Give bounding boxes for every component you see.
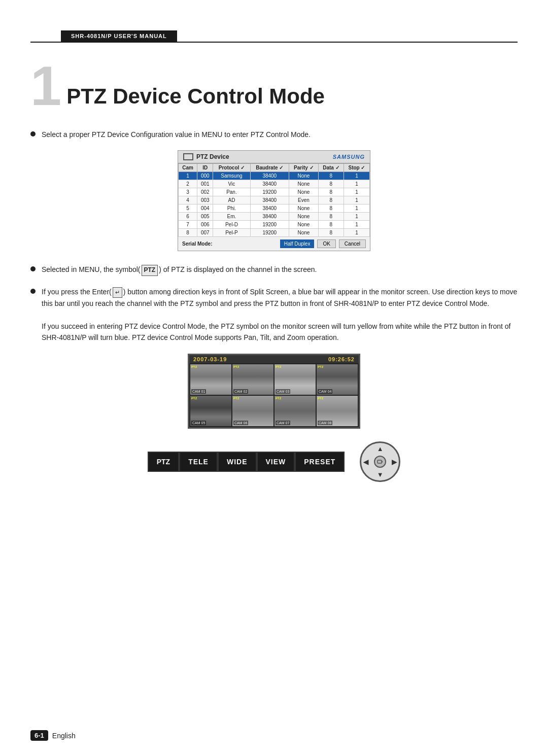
ptz-panel-header: PTZ Device SAMSUNG [178,151,370,163]
table-cell: 002 [197,188,213,196]
table-cell: 38400 [250,213,289,221]
table-cell: 2 [179,180,197,188]
footer-language: English [52,732,76,740]
half-duplex-button[interactable]: Half Duplex [280,239,315,248]
table-cell: 005 [197,213,213,221]
col-cam: Cam [179,164,197,172]
table-cell: 7 [179,221,197,229]
cam-cell: PTZCAM 04 [317,364,358,395]
ptz-button[interactable]: PTZ [148,452,179,472]
ok-button[interactable]: OK [317,239,335,248]
monitor-wrapper: 2007-03-19 09:26:52 PTZCAM 01PTZCAM 02PT… [30,354,518,429]
ptz-device-panel: PTZ Device SAMSUNG Cam ID Protocol ✓ Bau… [178,150,370,251]
cam-cell: PTZCAM 01 [190,364,231,395]
cam-label: CAM 06 [233,421,248,425]
cam-label: CAM 03 [276,389,290,394]
table-row: 5004Phi.38400None81 [179,204,370,213]
table-cell: 001 [197,180,213,188]
table-cell: 003 [197,196,213,204]
col-data: Data ✓ [318,164,344,172]
table-cell: 19200 [250,221,289,229]
cam-label: CAM 02 [233,389,248,394]
table-cell: 1 [344,188,370,196]
bullet-dot-1 [30,131,36,136]
ptz-serial-row: Serial Mode: Half Duplex OK Cancel [178,237,370,251]
bullet-text-3: If you press the Enter(↵) button among d… [42,286,518,343]
col-parity: Parity ✓ [289,164,319,172]
monitor-topbar: 2007-03-19 09:26:52 [189,355,359,363]
table-cell: 8 [318,172,344,180]
table-cell: 8 [318,213,344,221]
table-cell: 004 [197,204,213,213]
col-protocol: Protocol ✓ [213,164,250,172]
ptz-device-table: Cam ID Protocol ✓ Baudrate ✓ Parity ✓ Da… [178,163,370,237]
table-cell: Vic [213,180,250,188]
table-row: 4003AD38400Even81 [179,196,370,204]
table-cell: 5 [179,204,197,213]
manual-title-badge: SHR-4081N/P USER'S MANUAL [61,30,177,42]
wide-button[interactable]: WIDE [218,452,257,472]
tele-button[interactable]: TELE [179,452,218,472]
button-bar: PTZ TELE WIDE VIEW PRESET ▲ ▼ ◀ ▶ [30,441,518,482]
table-cell: AD [213,196,250,204]
table-cell: 8 [318,196,344,204]
ptz-table-wrapper: PTZ Device SAMSUNG Cam ID Protocol ✓ Bau… [30,150,518,251]
table-cell: 1 [344,180,370,188]
dpad-center-button[interactable] [374,456,386,468]
col-id: ID [197,164,213,172]
table-row: 1000Samsung38400None81 [179,172,370,180]
table-cell: 38400 [250,172,289,180]
col-stop: Stop ✓ [344,164,370,172]
cam-cell: PTZCAM 07 [275,396,316,426]
table-cell: 1 [344,196,370,204]
table-cell: 8 [318,204,344,213]
cam-ptz-label: PTZ [191,397,197,400]
table-cell: 6 [179,213,197,221]
cam-cell: PTZCAM 02 [232,364,273,395]
ptz-panel-title-text: PTZ Device [196,153,229,160]
chapter-heading: 1 PTZ Device Control Mode [30,58,518,114]
footer-page-badge: 6-1 [30,730,48,741]
table-cell: Samsung [213,172,250,180]
table-cell: Pel-D [213,221,250,229]
dpad-up-arrow: ▲ [377,445,384,453]
table-cell: 8 [318,229,344,237]
dpad-right-arrow: ▶ [392,458,397,465]
cam-label: CAM 01 [191,389,206,394]
bullet-item-3: If you press the Enter(↵) button among d… [30,286,518,343]
view-button[interactable]: VIEW [257,452,295,472]
table-cell: 8 [318,221,344,229]
table-row: 2001Vic38400None81 [179,180,370,188]
table-cell: 38400 [250,196,289,204]
table-cell: 4 [179,196,197,204]
table-cell: 8 [179,229,197,237]
dpad-left-arrow: ◀ [363,458,368,465]
table-cell: 1 [344,204,370,213]
cam-ptz-label: PTZ [191,365,197,368]
table-row: 3002Pan.19200None81 [179,188,370,196]
table-row: 8007Pel-P19200None81 [179,229,370,237]
main-content: Select a proper PTZ Device Configuration… [30,129,518,482]
table-cell: 007 [197,229,213,237]
table-cell: 1 [344,221,370,229]
bullet-item-2: Selected in MENU, the symbol( PTZ ) of P… [30,264,518,276]
col-baudrate: Baudrate ✓ [250,164,289,172]
table-cell: None [289,213,319,221]
table-cell: None [289,221,319,229]
cam-ptz-label: PTZ [276,365,281,368]
table-cell: None [289,180,319,188]
monitor-time: 09:26:52 [328,356,355,362]
table-cell: Phi. [213,204,250,213]
table-cell: Even [289,196,319,204]
table-cell: 006 [197,221,213,229]
direction-pad[interactable]: ▲ ▼ ◀ ▶ [360,441,400,482]
cam-label: CAM 07 [276,421,290,425]
cam-ptz-label: PTZ [318,365,323,368]
bullet-dot-3 [30,289,36,294]
table-cell: None [289,229,319,237]
preset-button[interactable]: PRESET [295,452,345,472]
svg-rect-0 [378,460,382,463]
cancel-button[interactable]: Cancel [339,239,366,248]
table-cell: None [289,188,319,196]
cam-grid: PTZCAM 01PTZCAM 02PTZCAM 03PTZCAM 04PTZC… [189,363,359,427]
